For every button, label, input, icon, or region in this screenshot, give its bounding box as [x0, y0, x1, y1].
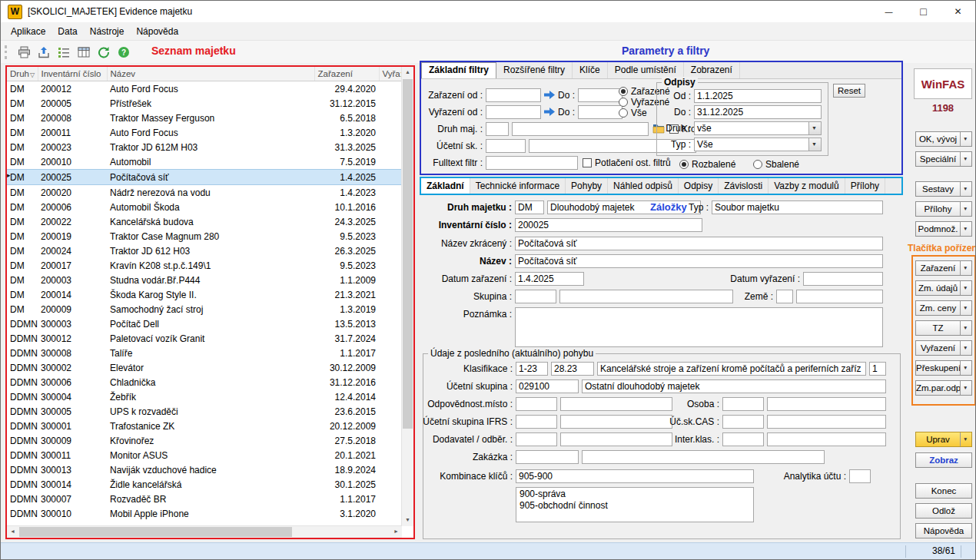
klasifikace-count-input[interactable] [869, 362, 886, 376]
col-header-nazev[interactable]: Název [107, 67, 314, 81]
zeme-name-input[interactable] [796, 290, 883, 303]
tab-zobrazeni[interactable]: Zobrazení [684, 62, 740, 78]
dropdown-arrow-icon[interactable] [960, 182, 971, 196]
table-row[interactable]: DDMN300007Rozvaděč BR1.1.2017 [7, 492, 402, 506]
vyrazeni-do-input[interactable] [578, 105, 622, 119]
table-row[interactable]: DM200006Automobil Škoda10.1.2016 [7, 200, 402, 214]
table-row[interactable]: DM200008Traktor Massey Ferguson6.5.2018 [7, 111, 402, 125]
table-row[interactable]: DM200010Automobil7.5.2019 [7, 154, 402, 170]
dropdown-arrow-icon[interactable] [960, 381, 971, 395]
col-header-druh[interactable]: Druh [7, 67, 38, 81]
vyrazeni-od-input[interactable] [486, 105, 541, 119]
columns-button[interactable] [75, 43, 93, 61]
skupina-name-input[interactable] [559, 290, 733, 303]
refresh-button[interactable] [95, 43, 113, 61]
table-row[interactable]: DM200009Samochodný žací stroj1.3.2019 [7, 302, 402, 316]
vertical-scroll-thumb[interactable] [403, 79, 413, 429]
table-row[interactable]: DDMN300014Židle kancelářská30.1.2025 [7, 477, 402, 492]
kombinace-input[interactable] [516, 469, 754, 483]
minimize-button[interactable] [871, 1, 906, 22]
tab-zakladni[interactable]: Základní [421, 178, 470, 194]
tab-pohyby[interactable]: Pohyby [566, 178, 608, 194]
tab-vazby-z-modulu[interactable]: Vazby z modulů [769, 178, 845, 194]
chevron-down-icon[interactable] [808, 138, 821, 151]
ucsk-cas-name-input[interactable] [767, 415, 886, 429]
dropdown-arrow-icon[interactable] [960, 361, 971, 375]
radio-sbalene[interactable] [753, 160, 762, 169]
klasifikace-code2-input[interactable] [551, 362, 594, 376]
zobraz-button[interactable]: Zobraz [915, 452, 972, 468]
nazev-zkraceny-input[interactable] [515, 237, 883, 250]
typ-input[interactable] [712, 200, 883, 214]
close-button[interactable] [941, 1, 975, 22]
horizontal-scroll-thumb[interactable] [19, 527, 292, 537]
menu-data[interactable]: Data [51, 24, 83, 39]
inventarni-cislo-input[interactable] [515, 218, 702, 232]
scroll-right-icon[interactable] [390, 526, 402, 538]
odloz-button[interactable]: Odlož [915, 503, 972, 519]
prilohy-button[interactable]: Přílohy [915, 201, 972, 217]
table-row[interactable]: DM200023Traktor JD 612M H0331.3.2025 [7, 140, 402, 154]
table-row[interactable]: DDMN300013Naviják vzduchové hadice18.9.2… [7, 462, 402, 477]
vyrazeni-button[interactable]: Vyřazení [915, 340, 972, 356]
klice-text-block[interactable]: 900-správa 905-obchodní činnost [516, 487, 754, 522]
radio-zarazene[interactable] [619, 87, 628, 96]
dropdown-arrow-icon[interactable] [960, 202, 971, 216]
zarazeni-od-input[interactable] [486, 88, 541, 102]
tab-podle-umisteni[interactable]: Podle umístění [608, 62, 684, 78]
ucetni-sk-code-input[interactable] [486, 139, 526, 153]
zakazka-name-input[interactable] [582, 450, 825, 464]
zarazeni-button[interactable]: Zařazení [915, 260, 972, 276]
zm-ceny-button[interactable]: Zm. ceny [915, 300, 972, 316]
table-row[interactable]: DDMN300004Žebřík12.4.2014 [7, 389, 402, 404]
druh-maj-name-input[interactable] [512, 122, 649, 136]
osoba-code-input[interactable] [722, 397, 764, 411]
dropdown-arrow-icon[interactable] [960, 261, 971, 275]
chevron-down-icon[interactable] [808, 122, 821, 134]
table-row[interactable]: DDMN300006Chladnička31.12.2016 [7, 375, 402, 389]
table-row[interactable]: DDMN300010Mobil Apple iPhone3.1.2020 [7, 506, 402, 521]
list-view-button[interactable] [55, 43, 73, 61]
help-button[interactable]: ? [115, 43, 133, 61]
odpisy-druh-select[interactable]: vše [694, 121, 822, 135]
zm-udaju-button[interactable]: Zm. údajů [915, 280, 972, 296]
odpisy-od-input[interactable] [694, 89, 822, 103]
specialni-button[interactable]: Speciální [915, 151, 972, 167]
potlaceni-checkbox[interactable] [583, 158, 592, 167]
osoba-name-input[interactable] [767, 397, 886, 411]
radio-vyrazene[interactable] [619, 98, 628, 107]
tab-rozsirene-filtry[interactable]: Rozšířené filtry [496, 62, 573, 78]
ucsk-cas-code-input[interactable] [722, 415, 764, 429]
table-row[interactable]: DM200003Studna vodár.Bř.P4441.1.2009 [7, 273, 402, 287]
table-row[interactable]: DDMN300008Talíře1.1.2017 [7, 346, 402, 360]
tab-zavislosti[interactable]: Závislosti [719, 178, 769, 194]
zeme-code-input[interactable] [776, 290, 793, 303]
table-row[interactable]: DDMN300003Počítač Dell13.5.2013 [7, 316, 402, 331]
col-header-inventarni-cislo[interactable]: Inventární číslo [38, 67, 107, 81]
col-header-vyrazeni[interactable]: Vyřa: [379, 67, 402, 81]
table-row[interactable]: DM200025Počítačová síť1.4.2025 [7, 170, 402, 185]
scroll-left-icon[interactable] [7, 526, 18, 538]
scroll-down-icon[interactable] [402, 515, 413, 526]
tab-zakladni-filtry[interactable]: Základní filtry [421, 62, 496, 78]
table-row[interactable]: DM200019Traktor Case Magnum 2809.5.2023 [7, 229, 402, 244]
tab-prilohy[interactable]: Přílohy [845, 178, 885, 194]
dodavatel-code-input[interactable] [516, 432, 557, 446]
dropdown-arrow-icon[interactable] [960, 152, 971, 166]
ok-vyvoj-button[interactable]: OK, vývoj [915, 131, 972, 147]
radio-rozbalene[interactable] [679, 160, 689, 169]
table-row[interactable]: DM200022Kancelářská budova24.3.2025 [7, 214, 402, 229]
sestavy-button[interactable]: Sestavy [915, 181, 972, 197]
odpovednost-name-input[interactable] [560, 397, 672, 411]
inter-klas-code-input[interactable] [722, 432, 764, 446]
dropdown-arrow-icon[interactable] [960, 222, 971, 236]
menu-napoveda[interactable]: Nápověda [130, 24, 184, 39]
odpisy-do-input[interactable] [694, 105, 822, 119]
datum-vyrazeni-input[interactable] [803, 272, 883, 286]
col-header-zarazeni[interactable]: Zařazení [314, 67, 379, 81]
tab-odpisy[interactable]: Odpisy [679, 178, 719, 194]
table-row[interactable]: DDMN300012Paletovací vozík Granit31.7.20… [7, 331, 402, 346]
table-row[interactable]: DM200017Kravín K208 st.p.č.149\19.5.2023 [7, 258, 402, 273]
dropdown-arrow-icon[interactable] [960, 341, 971, 355]
dropdown-arrow-icon[interactable] [960, 301, 971, 315]
